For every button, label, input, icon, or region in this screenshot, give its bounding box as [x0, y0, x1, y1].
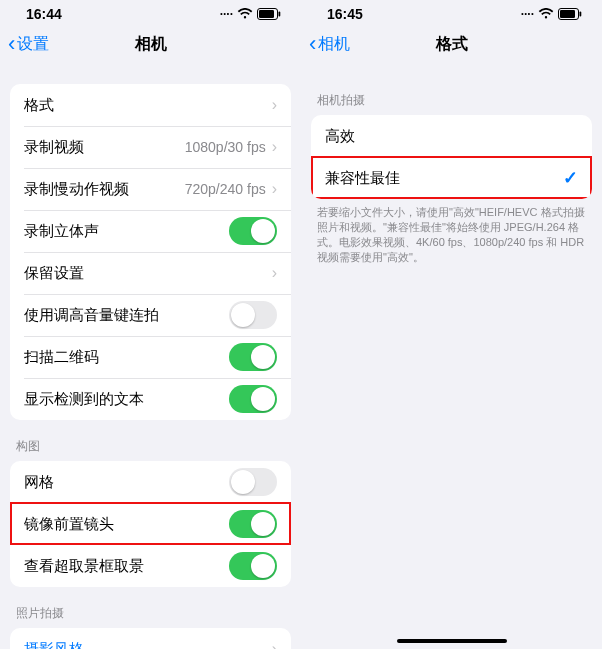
- group-camera-main: 格式›录制视频1080p/30 fps›录制慢动作视频720p/240 fps›…: [10, 84, 291, 420]
- group-formats: 高效兼容性最佳✓: [311, 115, 592, 199]
- row-scan_qr[interactable]: 扫描二维码: [10, 336, 291, 378]
- wifi-icon: [538, 8, 554, 20]
- chevron-right-icon: ›: [272, 96, 277, 114]
- chevron-right-icon: ›: [272, 264, 277, 282]
- chevron-left-icon: ‹: [309, 33, 316, 55]
- footer-formats: 若要缩小文件大小，请使用"高效"HEIF/HEVC 格式拍摄照片和视频。"兼容性…: [301, 199, 602, 264]
- phone-formats: 16:45 ···· ‹ 相机 格式 相机拍摄 高效兼容性最佳✓ 若要缩小文件大…: [301, 0, 602, 649]
- nav-bar: ‹ 相机 格式: [301, 22, 602, 66]
- row-view_outside[interactable]: 查看超取景框取景: [10, 545, 291, 587]
- row-detail: 1080p/30 fps: [185, 139, 266, 155]
- toggle-detected_text[interactable]: [229, 385, 277, 413]
- phone-camera-settings: 16:44 ···· ‹ 设置 相机 格式›录制视频1080p/30 fps›录…: [0, 0, 301, 649]
- row-label: 使用调高音量键连拍: [24, 306, 159, 325]
- svg-rect-2: [279, 12, 281, 17]
- battery-icon: [558, 8, 582, 20]
- row-detected_text[interactable]: 显示检测到的文本: [10, 378, 291, 420]
- row-most_compat[interactable]: 兼容性最佳✓: [311, 157, 592, 199]
- row-mirror_front[interactable]: 镜像前置镜头: [10, 503, 291, 545]
- chevron-left-icon: ‹: [8, 33, 15, 55]
- status-bar: 16:45 ····: [301, 0, 602, 22]
- row-detail: 720p/240 fps: [185, 181, 266, 197]
- row-label: 录制慢动作视频: [24, 180, 129, 199]
- row-label: 保留设置: [24, 264, 84, 283]
- svg-rect-4: [560, 10, 575, 18]
- home-indicator[interactable]: [397, 639, 507, 643]
- row-record_video[interactable]: 录制视频1080p/30 fps›: [10, 126, 291, 168]
- row-label: 高效: [325, 127, 355, 146]
- row-preserve[interactable]: 保留设置›: [10, 252, 291, 294]
- section-header-composition: 构图: [0, 420, 301, 461]
- row-label: 显示检测到的文本: [24, 390, 144, 409]
- row-formats[interactable]: 格式›: [10, 84, 291, 126]
- back-label: 设置: [17, 34, 49, 55]
- battery-icon: [257, 8, 281, 20]
- row-burst_volume[interactable]: 使用调高音量键连拍: [10, 294, 291, 336]
- cellular-icon: ····: [521, 8, 534, 20]
- row-record_slomo[interactable]: 录制慢动作视频720p/240 fps›: [10, 168, 291, 210]
- chevron-right-icon: ›: [272, 180, 277, 198]
- wifi-icon: [237, 8, 253, 20]
- toggle-scan_qr[interactable]: [229, 343, 277, 371]
- row-label: 格式: [24, 96, 54, 115]
- row-label: 查看超取景框取景: [24, 557, 144, 576]
- row-label: 扫描二维码: [24, 348, 99, 367]
- row-high_eff[interactable]: 高效: [311, 115, 592, 157]
- row-label: 网格: [24, 473, 54, 492]
- check-icon: ✓: [563, 167, 578, 189]
- section-header-camera-capture: 相机拍摄: [301, 66, 602, 115]
- section-header-capture: 照片拍摄: [0, 587, 301, 628]
- nav-bar: ‹ 设置 相机: [0, 22, 301, 66]
- row-label: 录制立体声: [24, 222, 99, 241]
- status-time: 16:44: [26, 6, 62, 22]
- row-label: 录制视频: [24, 138, 84, 157]
- toggle-mirror_front[interactable]: [229, 510, 277, 538]
- back-button[interactable]: ‹ 相机: [309, 33, 350, 55]
- toggle-stereo[interactable]: [229, 217, 277, 245]
- row-photo_styles[interactable]: 摄影风格›: [10, 628, 291, 649]
- toggle-view_outside[interactable]: [229, 552, 277, 580]
- toggle-burst_volume[interactable]: [229, 301, 277, 329]
- row-grid[interactable]: 网格: [10, 461, 291, 503]
- row-label: 镜像前置镜头: [24, 515, 114, 534]
- row-label: 兼容性最佳: [325, 169, 400, 188]
- row-stereo[interactable]: 录制立体声: [10, 210, 291, 252]
- group-capture: 摄影风格›: [10, 628, 291, 649]
- back-label: 相机: [318, 34, 350, 55]
- cellular-icon: ····: [220, 8, 233, 20]
- chevron-right-icon: ›: [272, 640, 277, 649]
- status-time: 16:45: [327, 6, 363, 22]
- status-bar: 16:44 ····: [0, 0, 301, 22]
- row-label: 摄影风格: [24, 640, 84, 650]
- back-button[interactable]: ‹ 设置: [8, 33, 49, 55]
- toggle-grid[interactable]: [229, 468, 277, 496]
- group-composition: 网格镜像前置镜头查看超取景框取景: [10, 461, 291, 587]
- chevron-right-icon: ›: [272, 138, 277, 156]
- svg-rect-1: [259, 10, 274, 18]
- svg-rect-5: [580, 12, 582, 17]
